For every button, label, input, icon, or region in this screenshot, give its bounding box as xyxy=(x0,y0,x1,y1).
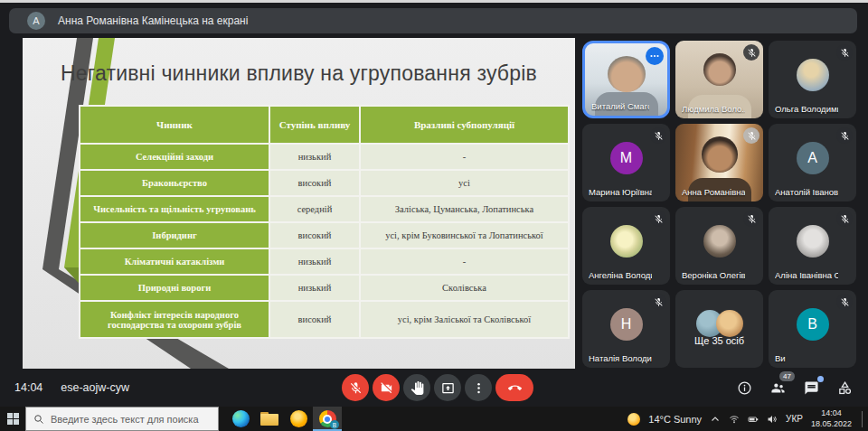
participant-name: Анатолій Іванови... xyxy=(775,187,838,197)
participant-tile[interactable]: М Марина Юріївна ... xyxy=(582,124,670,201)
participant-name: Наталія Володим... xyxy=(589,353,652,363)
participant-name: Ольга Володими... xyxy=(775,104,838,114)
avatar: А xyxy=(797,142,829,174)
mic-off-icon xyxy=(836,127,853,144)
participant-tile[interactable]: А Анатолій Іванови... xyxy=(769,124,856,201)
browser-taskbar-icon[interactable] xyxy=(284,407,313,431)
raise-hand-button[interactable] xyxy=(403,374,430,401)
table-row: Конфлікт інтересів народного господарств… xyxy=(80,301,569,338)
video-feed xyxy=(608,56,646,92)
participant-name: Анна Романівна ... xyxy=(682,187,745,197)
table-row: Інбридинг високий усі, крім Буковинської… xyxy=(80,222,569,248)
table-row: Чисельність та щільність угруповань сере… xyxy=(80,196,569,222)
windows-taskbar: B 14°C Sunny УКР 14:04 18.05.2022 xyxy=(0,407,868,431)
participant-tile[interactable]: Н Наталія Володим... xyxy=(582,290,670,368)
avatar xyxy=(797,225,829,258)
video-feed xyxy=(702,136,738,173)
mic-off-icon xyxy=(743,127,760,144)
table-row: Природні вороги низький Сколівська xyxy=(80,275,569,301)
avatar: М xyxy=(610,142,643,174)
search-input[interactable] xyxy=(51,414,204,425)
participant-name: Людмила Воло... xyxy=(682,104,745,114)
participant-tile[interactable]: Вероніка Олегівн... xyxy=(675,207,763,285)
participant-tile[interactable]: Ольга Володими... xyxy=(769,41,856,118)
battery-icon[interactable] xyxy=(748,414,759,425)
participant-tile[interactable]: Ангеліна Володи... xyxy=(582,207,670,285)
participant-name: Марина Юріївна ... xyxy=(589,187,652,197)
avatar xyxy=(703,225,736,258)
chat-button[interactable] xyxy=(800,377,822,398)
presentation-stage[interactable]: Негативні чинники впливу на угруповання … xyxy=(23,38,575,369)
mic-off-icon xyxy=(650,211,666,227)
participant-name: Ви xyxy=(775,353,838,363)
taskbar-search[interactable] xyxy=(25,407,219,431)
participant-name: Виталий Смаголь xyxy=(591,101,649,111)
activities-button[interactable] xyxy=(834,377,855,398)
meeting-details-button[interactable] xyxy=(733,377,755,398)
overflow-avatars xyxy=(696,310,743,337)
presenter-banner: А Анна Романівна Камінецька на екрані xyxy=(9,8,857,33)
presenter-banner-text: Анна Романівна Камінецька на екрані xyxy=(58,14,248,27)
chat-notification-dot xyxy=(817,376,824,382)
weather-widget[interactable]: 14°C Sunny xyxy=(648,414,702,425)
mic-off-icon xyxy=(650,127,666,144)
table-header: Ступінь впливу xyxy=(269,106,360,144)
chrome-profile-badge: B xyxy=(330,420,339,429)
mic-off-icon xyxy=(650,294,666,310)
avatar xyxy=(797,59,829,91)
edge-taskbar-icon[interactable] xyxy=(226,407,255,431)
participant-tile[interactable]: Виталий Смаголь xyxy=(582,41,670,118)
participant-grid: Виталий Смаголь Людмила Воло... Ольга Во… xyxy=(582,41,856,368)
mic-off-icon xyxy=(743,44,760,61)
screen: А Анна Романівна Камінецька на екрані Не… xyxy=(0,0,868,431)
window-top-edge xyxy=(0,0,868,3)
overflow-participants-tile[interactable]: Ще 35 осіб xyxy=(675,290,763,368)
camera-toggle-button[interactable] xyxy=(373,374,400,401)
tray-expand-icon[interactable] xyxy=(710,414,721,425)
meeting-time: 14:04 xyxy=(14,381,42,394)
leave-call-button[interactable] xyxy=(495,374,533,401)
presenter-avatar: А xyxy=(27,12,45,30)
show-participants-button[interactable]: 47 xyxy=(767,377,788,398)
table-row: Кліматичні катаклізми низький - xyxy=(80,248,569,275)
search-icon xyxy=(33,414,44,425)
participant-name: Аліна Іванівна О... xyxy=(775,270,838,280)
tile-more-button[interactable] xyxy=(646,47,664,65)
table-row: Селекційні заходи низький - xyxy=(80,144,569,170)
mic-off-icon xyxy=(836,211,853,227)
taskbar-clock[interactable]: 14:04 18.05.2022 xyxy=(811,408,852,429)
windows-logo-icon xyxy=(7,413,19,425)
self-tile[interactable]: В Ви xyxy=(769,290,856,368)
mic-toggle-button[interactable] xyxy=(342,374,369,401)
avatar xyxy=(610,225,643,258)
overflow-count-label: Ще 35 осіб xyxy=(675,335,763,346)
video-feed xyxy=(703,53,736,86)
participant-name: Ангеліна Володи... xyxy=(589,270,652,280)
language-indicator[interactable]: УКР xyxy=(786,414,803,424)
meet-control-bar: 14:04 ese-aojw-cyw 47 xyxy=(0,369,868,407)
weather-icon xyxy=(627,413,640,426)
mic-off-icon xyxy=(836,294,853,310)
table-header: Чинник xyxy=(80,106,269,144)
avatar: В xyxy=(797,308,829,341)
slide-table: Чинник Ступінь впливу Вразливі субпопуля… xyxy=(79,105,570,339)
volume-icon[interactable] xyxy=(767,414,778,425)
show-desktop-button[interactable] xyxy=(862,411,863,427)
slide-title: Негативні чинники впливу на угруповання … xyxy=(23,61,575,86)
wifi-icon[interactable] xyxy=(729,414,740,425)
meeting-code: ese-aojw-cyw xyxy=(61,381,129,394)
participant-tile[interactable]: Анна Романівна ... xyxy=(675,124,763,201)
file-explorer-taskbar-icon[interactable] xyxy=(255,407,284,431)
table-row: Браконьєрство високий усі xyxy=(80,170,569,196)
mic-off-icon xyxy=(743,211,760,227)
table-header: Вразливі субпопуляції xyxy=(360,106,569,144)
participant-tile[interactable]: Аліна Іванівна О... xyxy=(769,207,856,285)
more-options-button[interactable] xyxy=(465,374,492,401)
start-button[interactable] xyxy=(0,407,25,431)
participant-name: Вероніка Олегівн... xyxy=(682,270,745,280)
present-screen-button[interactable] xyxy=(434,374,461,401)
participant-tile[interactable]: Людмила Воло... xyxy=(675,41,763,118)
mic-off-icon xyxy=(836,44,853,61)
chrome-taskbar-icon[interactable]: B xyxy=(313,407,342,431)
participants-count-badge: 47 xyxy=(779,371,795,381)
